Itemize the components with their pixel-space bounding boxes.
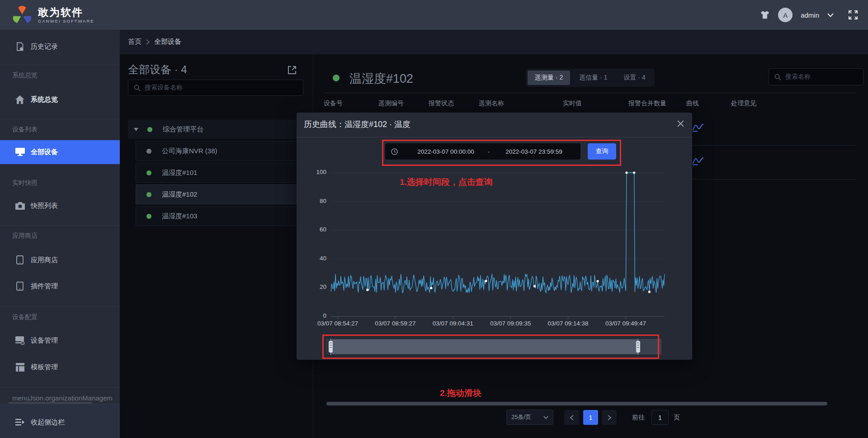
x-tick-label: 03/07 09:49:47: [599, 320, 653, 327]
tree-node-label: 综合管理平台: [163, 125, 203, 134]
brand-logo: 敢为软件 GANWEI SOFTWARE: [12, 4, 94, 26]
tab-telemetry[interactable]: 遥测量 · 2: [528, 71, 570, 85]
sidebar-item-label: 系统总览: [31, 95, 58, 104]
sidebar-item-label: 设备管理: [31, 336, 58, 345]
datazoom-left-handle[interactable]: [329, 339, 333, 355]
name-search-placeholder: 搜索名称: [785, 73, 811, 81]
sidebar-item-system-overview[interactable]: 系统总览: [0, 89, 120, 110]
collapse-sidebar-label: 收起侧边栏: [31, 418, 65, 427]
breadcrumb-separator-icon: [146, 39, 150, 45]
sidebar-divider: [0, 65, 120, 65]
ganwei-pinwheel-logo-icon: [12, 4, 33, 26]
curve-link-icon[interactable]: [692, 156, 706, 167]
page-size-value: 25条/页: [511, 413, 531, 421]
brand-text: 敢为软件 GANWEI SOFTWARE: [38, 7, 94, 24]
x-tick-label: 03/07 08:59:27: [368, 320, 422, 327]
collapse-sidebar-button[interactable]: 收起侧边栏: [0, 412, 120, 433]
sidebar-divider: [0, 119, 120, 119]
col-header-device-no: 设备号: [324, 99, 343, 108]
col-header-telemetry-name: 遥测名称: [479, 99, 504, 108]
history-record-icon: [15, 42, 25, 51]
sidebar-item-label: 历史记录: [31, 42, 58, 51]
brand-subtitle: GANWEI SOFTWARE: [38, 19, 94, 24]
y-tick-label: 60: [306, 226, 326, 233]
curve-link-icon[interactable]: [692, 123, 706, 134]
measure-tabs: 遥测量 · 2 遥信量 · 1 设置 · 4: [526, 69, 655, 87]
tree-node-nvr[interactable]: 公司海康NVR (38): [136, 141, 303, 161]
name-search-input[interactable]: 搜索名称: [769, 68, 863, 85]
goto-page-input[interactable]: 1: [651, 410, 669, 425]
tab-telesignal[interactable]: 遥信量 · 1: [572, 71, 614, 85]
search-icon: [774, 74, 781, 80]
sidebar-section-label: 应用商店: [12, 232, 112, 240]
sidebar-item-device-manage[interactable]: 设备管理: [0, 330, 120, 351]
device-status-dot: [333, 75, 340, 81]
y-tick-label: 0: [306, 312, 326, 319]
tree-node-device-102[interactable]: 温湿度#102: [136, 184, 303, 204]
breadcrumb-bar: 首页 全部设备: [120, 30, 868, 54]
datazoom-right-handle[interactable]: [636, 339, 640, 355]
page-number-button[interactable]: 1: [583, 410, 598, 425]
theme-skin-icon[interactable]: [760, 10, 770, 19]
sidebar-item-plugin-manage[interactable]: 插件管理: [0, 276, 120, 297]
avatar[interactable]: A: [778, 8, 793, 22]
chevron-left-icon: [570, 415, 574, 420]
tree-node-platform[interactable]: 综合管理平台: [128, 120, 303, 139]
chevron-right-icon: [608, 415, 611, 420]
breadcrumb: 首页 全部设备: [128, 38, 181, 46]
tab-settings[interactable]: 设置 · 4: [616, 71, 652, 85]
device-search-input[interactable]: 搜索设备名称: [128, 80, 303, 96]
plugin-icon: [15, 282, 25, 291]
annotation-step2-text: 2.拖动滑块: [440, 387, 481, 399]
sidebar-item-template-manage[interactable]: 模板管理: [0, 357, 120, 377]
status-dot-online: [146, 170, 151, 175]
prev-page-button[interactable]: [564, 410, 579, 425]
sidebar-section-label: 系统总览: [12, 71, 112, 80]
datazoom-selection[interactable]: [331, 339, 638, 354]
user-name[interactable]: admin: [801, 11, 819, 19]
device-detail-title: 温湿度#102: [349, 71, 413, 87]
fullscreen-icon[interactable]: [848, 10, 858, 20]
chevron-down-icon[interactable]: [827, 13, 834, 17]
external-link-icon[interactable]: [287, 65, 297, 75]
title-divider: [325, 93, 857, 93]
chevron-down-icon: [543, 416, 548, 419]
page-size-select[interactable]: 25条/页: [506, 410, 553, 425]
sidebar-divider: [0, 225, 120, 226]
device-panel-title: 全部设备 · 4: [128, 62, 187, 77]
tree-node-label: 温湿度#101: [162, 169, 197, 177]
app-window: 敢为软件 GANWEI SOFTWARE A admin: [0, 0, 868, 438]
collapse-sidebar-icon: [15, 419, 25, 426]
sidebar: 历史记录 系统总览 系统总览 设备列表 全部设备 实时快照 快照列表 应用商店: [0, 30, 120, 438]
page-suffix-label: 页: [674, 414, 680, 422]
tree-caret-icon: [134, 128, 138, 131]
sidebar-item-label: 插件管理: [31, 282, 58, 291]
tree-node-label: 温湿度#102: [162, 190, 197, 199]
camera-icon: [15, 202, 25, 210]
sidebar-bottom-bar: 收起侧边栏: [0, 404, 120, 438]
tree-node-label: 温湿度#103: [162, 212, 197, 221]
tree-node-device-101[interactable]: 温湿度#101: [136, 163, 303, 183]
datazoom-slider[interactable]: [326, 339, 661, 354]
col-header-opinion: 处理意见: [731, 99, 756, 108]
breadcrumb-home[interactable]: 首页: [128, 38, 142, 46]
next-page-button[interactable]: [602, 410, 617, 425]
sidebar-item-history[interactable]: 历史记录: [0, 36, 120, 57]
x-tick-label: 03/07 09:09:35: [483, 320, 538, 327]
sidebar-item-label: 模板管理: [31, 363, 58, 372]
device-manage-icon: [15, 336, 25, 345]
horizontal-scrollbar[interactable]: [326, 402, 827, 405]
x-tick-label: 03/07 08:54:27: [311, 320, 365, 327]
tree-node-device-103[interactable]: 温湿度#103: [136, 206, 303, 226]
status-dot-online: [146, 192, 151, 197]
status-dot-online: [146, 214, 151, 219]
history-curve-modal: 历史曲线：温湿度#102 · 温度 2022-03-07 00:00:00 - …: [297, 113, 692, 360]
datazoom-unselected: [638, 339, 661, 354]
sidebar-item-app-store[interactable]: 应用商店: [0, 250, 120, 270]
sidebar-item-snapshot-list[interactable]: 快照列表: [0, 195, 120, 216]
col-header-alarm-status: 报警状态: [429, 99, 454, 108]
sidebar-item-all-devices[interactable]: 全部设备: [0, 140, 120, 164]
tree-node-label: 公司海康NVR (38): [162, 147, 217, 155]
search-icon: [134, 85, 141, 91]
brand-name: 敢为软件: [38, 7, 94, 18]
